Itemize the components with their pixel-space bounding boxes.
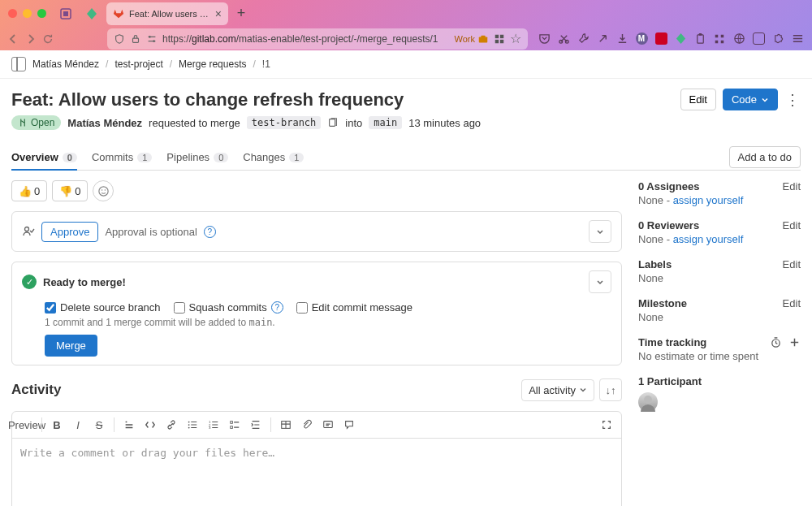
edit-labels[interactable]: Edit bbox=[783, 258, 801, 270]
merge-button[interactable]: Merge bbox=[45, 335, 97, 357]
bold-icon[interactable]: B bbox=[47, 415, 67, 435]
svg-point-21 bbox=[99, 186, 108, 195]
help-icon[interactable]: ? bbox=[204, 226, 216, 238]
ext-arrow-icon[interactable] bbox=[596, 32, 609, 45]
bullet-list-icon[interactable] bbox=[183, 415, 202, 435]
ext-globe-icon[interactable] bbox=[732, 32, 745, 45]
chevron-down-icon bbox=[761, 96, 769, 104]
add-todo-button[interactable]: Add a to do bbox=[729, 146, 801, 168]
ext-box-icon[interactable] bbox=[752, 32, 765, 45]
edit-reviewers[interactable]: Edit bbox=[783, 219, 801, 231]
ext-wrench-icon[interactable] bbox=[577, 32, 590, 45]
plus-icon[interactable] bbox=[788, 336, 801, 348]
ext-sci-icon[interactable] bbox=[557, 32, 570, 45]
hamburger-menu-icon[interactable] bbox=[791, 32, 804, 45]
avatar[interactable] bbox=[638, 392, 658, 412]
window-minimize-icon[interactable] bbox=[23, 9, 32, 18]
ext-clip-icon[interactable] bbox=[693, 32, 706, 45]
task-list-icon[interactable] bbox=[225, 415, 244, 435]
address-bar[interactable]: https://gitlab.com/matias-enable/test-pr… bbox=[107, 28, 528, 50]
thumbs-up-button[interactable]: 👍0 bbox=[11, 180, 47, 201]
tab-overview[interactable]: Overview0 bbox=[11, 145, 77, 170]
ext-m-icon[interactable]: M bbox=[635, 32, 648, 45]
edit-button[interactable]: Edit bbox=[680, 89, 716, 110]
breadcrumb-section[interactable]: Merge requests bbox=[179, 58, 246, 70]
quote-icon[interactable] bbox=[119, 415, 139, 435]
timer-icon[interactable] bbox=[770, 336, 782, 348]
tab-pipelines[interactable]: Pipelines0 bbox=[166, 145, 228, 170]
kebab-menu-icon[interactable]: ⋮ bbox=[784, 91, 801, 109]
italic-icon[interactable]: I bbox=[68, 415, 88, 435]
extension-icons: M bbox=[538, 32, 807, 45]
svg-rect-32 bbox=[231, 426, 233, 429]
activity-filter[interactable]: All activity bbox=[521, 379, 594, 401]
code-button[interactable]: Code bbox=[723, 89, 778, 110]
comment-icon[interactable] bbox=[339, 415, 359, 435]
edit-commit-msg-checkbox[interactable]: Edit commit message bbox=[296, 301, 412, 314]
delete-branch-checkbox[interactable]: Delete source branch bbox=[45, 301, 161, 314]
activity-heading: Activity bbox=[11, 382, 521, 398]
approval-text: Approval is optional bbox=[105, 226, 197, 238]
copy-icon[interactable] bbox=[327, 117, 339, 128]
tab-changes[interactable]: Changes1 bbox=[243, 145, 304, 170]
edit-milestone[interactable]: Edit bbox=[783, 297, 801, 309]
labels-value: None bbox=[638, 272, 801, 284]
tracking-shield-icon[interactable] bbox=[54, 3, 77, 24]
ext-vue-icon[interactable] bbox=[674, 32, 687, 45]
mr-sidebar: 0 AssigneesEdit None - assign yourself 0… bbox=[638, 180, 801, 506]
approve-button[interactable]: Approve bbox=[41, 222, 98, 242]
grid-icon[interactable] bbox=[494, 33, 505, 45]
window-close-icon[interactable] bbox=[8, 9, 17, 18]
breadcrumb-project[interactable]: test-project bbox=[114, 58, 162, 70]
pinned-tab[interactable] bbox=[80, 3, 103, 24]
ext-grid-icon[interactable] bbox=[713, 32, 726, 45]
edit-assignees[interactable]: Edit bbox=[783, 180, 801, 192]
close-tab-icon[interactable]: × bbox=[215, 7, 222, 20]
collapse-button[interactable] bbox=[589, 270, 611, 293]
svg-rect-31 bbox=[231, 422, 233, 424]
assign-yourself-link[interactable]: assign yourself bbox=[673, 233, 744, 245]
attach-icon[interactable] bbox=[297, 415, 317, 435]
svg-point-27 bbox=[188, 427, 190, 429]
squash-checkbox[interactable]: Squash commits? bbox=[174, 301, 283, 314]
preview-button[interactable]: Preview bbox=[17, 415, 37, 435]
ext-download-icon[interactable] bbox=[615, 32, 628, 45]
svg-point-25 bbox=[188, 422, 190, 423]
thumbs-down-button[interactable]: 👎0 bbox=[52, 180, 88, 201]
help-icon[interactable]: ? bbox=[271, 301, 283, 314]
table-icon[interactable] bbox=[276, 415, 296, 435]
fullscreen-icon[interactable] bbox=[597, 415, 616, 435]
sidebar-toggle-icon[interactable] bbox=[11, 57, 26, 71]
window-maximize-icon[interactable] bbox=[37, 9, 46, 18]
reviewers-title: 0 Reviewers bbox=[638, 219, 783, 231]
breadcrumb-user[interactable]: Matías Méndez bbox=[32, 58, 99, 70]
sort-button[interactable]: ↓↑ bbox=[599, 378, 622, 401]
ext-red-icon[interactable] bbox=[654, 32, 667, 45]
tab-commits[interactable]: Commits1 bbox=[92, 145, 152, 170]
merge-note: 1 commit and 1 merge commit will be adde… bbox=[45, 317, 611, 328]
mr-header: Feat: Allow users to change refresh freq… bbox=[11, 89, 801, 110]
add-reaction-button[interactable] bbox=[93, 180, 114, 201]
new-tab-button[interactable]: + bbox=[231, 5, 251, 22]
suggestion-icon[interactable] bbox=[318, 415, 338, 435]
forward-button[interactable] bbox=[24, 30, 37, 48]
browser-tab[interactable]: Feat: Allow users to change ref… × bbox=[106, 2, 228, 25]
assign-yourself-link[interactable]: assign yourself bbox=[673, 194, 744, 206]
link-icon[interactable] bbox=[162, 415, 181, 435]
ext-puzzle-icon[interactable] bbox=[771, 32, 784, 45]
labels-title: Labels bbox=[638, 258, 783, 270]
comment-textarea[interactable]: Write a comment or drag your files here… bbox=[12, 439, 621, 506]
source-branch[interactable]: test-branch bbox=[247, 116, 321, 129]
author-name[interactable]: Matías Méndez bbox=[67, 117, 142, 129]
strike-icon[interactable]: S bbox=[89, 415, 109, 435]
code-icon[interactable] bbox=[140, 415, 160, 435]
reload-button[interactable] bbox=[42, 30, 54, 48]
number-list-icon[interactable]: 123 bbox=[204, 415, 223, 435]
collapse-button[interactable] bbox=[589, 220, 611, 243]
back-button[interactable] bbox=[6, 30, 19, 48]
target-branch[interactable]: main bbox=[369, 116, 402, 129]
ext-pocket-icon[interactable] bbox=[538, 32, 551, 45]
tab-title: Feat: Allow users to change ref… bbox=[129, 9, 210, 19]
bookmark-star-icon[interactable]: ☆ bbox=[510, 31, 521, 46]
indent-icon[interactable] bbox=[246, 415, 266, 435]
